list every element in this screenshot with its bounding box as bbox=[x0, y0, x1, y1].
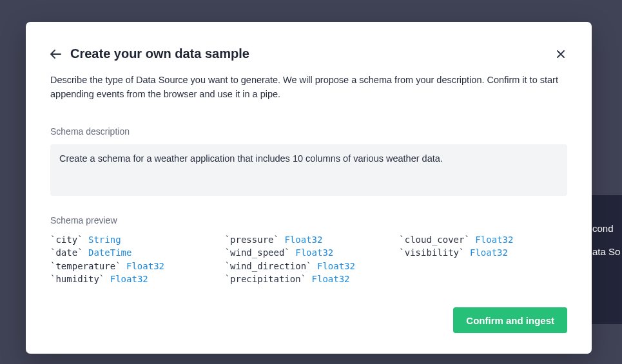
schema-column-item: `precipitation` Float32 bbox=[225, 273, 393, 285]
schema-column-item: `pressure` Float32 bbox=[225, 233, 393, 246]
bg-fragment-1: cond bbox=[592, 217, 622, 240]
close-icon[interactable] bbox=[554, 48, 567, 61]
schema-preview-label: Schema preview bbox=[50, 215, 567, 225]
modal-description: Describe the type of Data Source you wan… bbox=[50, 73, 567, 102]
schema-preview-col-2: `pressure` Float32`wind_speed` Float32`w… bbox=[225, 233, 393, 285]
modal-footer: Confirm and ingest bbox=[50, 307, 567, 333]
schema-column-item: `cloud_cover` Float32 bbox=[399, 233, 567, 246]
schema-preview-col-1: `city` String`date` DateTime`temperature… bbox=[50, 233, 219, 285]
bg-fragment-2: ata So bbox=[592, 240, 622, 263]
schema-column-item: `date` DateTime bbox=[50, 246, 219, 259]
schema-column-item: `humidity` Float32 bbox=[50, 273, 219, 285]
schema-column-item: `city` String bbox=[50, 233, 219, 246]
modal-header-left: Create your own data sample bbox=[50, 46, 249, 61]
modal-title: Create your own data sample bbox=[70, 46, 249, 61]
modal-header: Create your own data sample bbox=[50, 46, 567, 61]
back-arrow-icon[interactable] bbox=[50, 50, 61, 59]
schema-column-item: `wind_direction` Float32 bbox=[225, 260, 393, 273]
confirm-ingest-button[interactable]: Confirm and ingest bbox=[453, 307, 567, 333]
schema-column-item: `temperature` Float32 bbox=[50, 260, 219, 273]
create-data-sample-modal: Create your own data sample Describe the… bbox=[26, 22, 592, 354]
schema-column-item: `wind_speed` Float32 bbox=[225, 246, 393, 259]
schema-description-input[interactable] bbox=[50, 144, 567, 196]
schema-column-item: `visibility` Float32 bbox=[399, 246, 567, 259]
schema-preview-grid: `city` String`date` DateTime`temperature… bbox=[50, 233, 567, 285]
schema-description-label: Schema description bbox=[50, 126, 567, 137]
schema-preview-col-3: `cloud_cover` Float32`visibility` Float3… bbox=[399, 233, 567, 285]
